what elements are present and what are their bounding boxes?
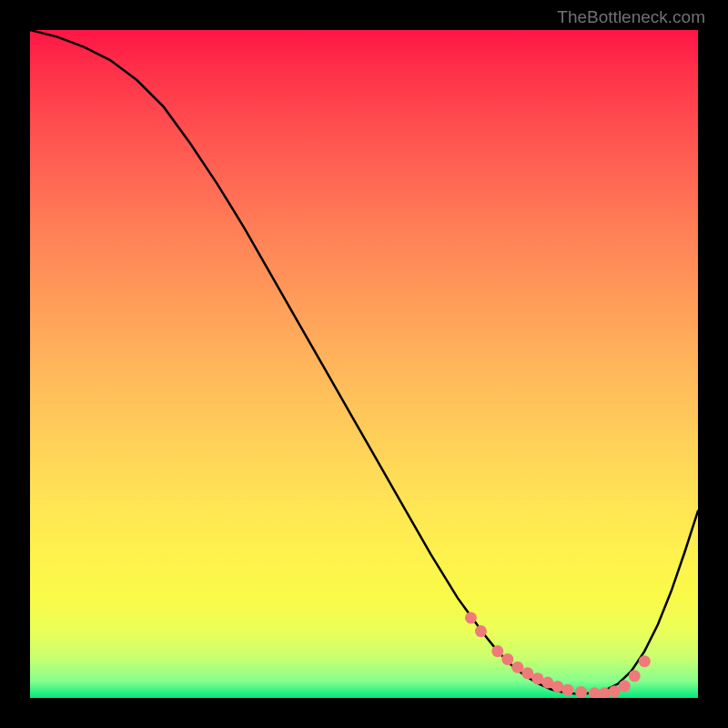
marker-point <box>551 681 563 693</box>
marker-point <box>619 680 631 692</box>
highlight-markers <box>465 612 651 698</box>
marker-point <box>465 612 477 623</box>
plot-area <box>30 30 698 698</box>
marker-point <box>511 662 523 673</box>
marker-point <box>575 686 587 698</box>
marker-point <box>491 645 503 657</box>
marker-point <box>561 684 573 696</box>
marker-point <box>629 670 641 682</box>
marker-point <box>521 667 533 679</box>
curve-line <box>30 30 698 694</box>
watermark-text: TheBottleneck.com <box>557 7 705 27</box>
marker-point <box>609 685 621 697</box>
marker-point <box>475 625 487 637</box>
chart-container: TheBottleneck.com <box>0 0 728 728</box>
marker-point <box>639 655 651 667</box>
marker-point <box>501 653 513 665</box>
chart-svg <box>30 30 698 698</box>
